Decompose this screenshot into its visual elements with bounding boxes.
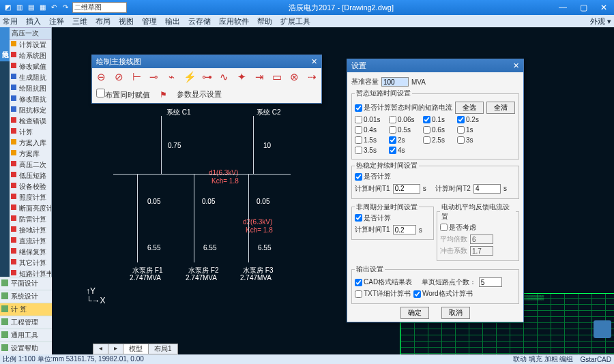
time-checkbox[interactable]: 0.1s xyxy=(423,116,454,123)
minimize-icon[interactable]: — xyxy=(553,3,573,12)
symbol-icon[interactable]: ∿ xyxy=(219,71,230,83)
menu-item[interactable]: 管理 xyxy=(142,16,157,27)
close-icon[interactable]: ✕ xyxy=(594,3,614,12)
time-checkbox[interactable]: 0.5s xyxy=(389,126,420,134)
time-checkbox[interactable]: 0.6s xyxy=(423,126,454,134)
calc-transient-checkbox[interactable]: 是否计算暂态时间的短路电流 xyxy=(355,103,452,112)
palette-item[interactable]: 计 算 xyxy=(0,303,52,316)
tree-item[interactable]: 照度计算 xyxy=(10,192,51,203)
assistant-avatar-icon[interactable] xyxy=(594,320,611,338)
tree-item[interactable]: 高压二次 xyxy=(10,160,51,170)
tree-item[interactable]: 直流计算 xyxy=(10,236,51,247)
symbol-icon[interactable]: ⊘ xyxy=(114,71,125,83)
symbol-icon[interactable]: ⌁ xyxy=(166,71,177,83)
select-all-button[interactable]: 全选 xyxy=(455,102,484,114)
tab-nav-right[interactable]: ▸ xyxy=(108,344,123,354)
symbol-icon[interactable]: ⊖ xyxy=(96,71,107,83)
palette-item[interactable]: 系统设计 xyxy=(0,290,52,303)
menu-item[interactable]: 插入 xyxy=(26,16,41,27)
status-toggles[interactable]: 联动 填充 加粗 编组 xyxy=(513,354,573,364)
time-checkbox[interactable]: 2.5s xyxy=(423,136,454,144)
param-display-link[interactable]: 参数显示设置 xyxy=(177,89,222,100)
perpage-input[interactable] xyxy=(479,277,502,287)
time-checkbox[interactable]: 0.4s xyxy=(355,126,386,134)
tree-item[interactable]: 计算设置 xyxy=(10,40,51,50)
palette-item[interactable]: 通用工具 xyxy=(0,329,52,342)
symbol-icon[interactable]: ⚡ xyxy=(184,71,194,83)
txt-output-checkbox[interactable]: TXT详细计算书 xyxy=(355,289,411,299)
word-output-checkbox[interactable]: Word格式计算书 xyxy=(413,289,473,299)
assign-on-place-checkbox[interactable]: 布置同时赋值 xyxy=(96,89,150,100)
t2-input[interactable] xyxy=(473,184,501,194)
maximize-icon[interactable]: ▢ xyxy=(573,3,594,12)
time-checkbox[interactable]: 0.06s xyxy=(389,116,420,123)
cancel-button[interactable]: 取消 xyxy=(441,307,470,319)
tab-nav-left[interactable]: ◂ xyxy=(93,344,108,354)
qat-redo-icon[interactable]: ↷ xyxy=(61,2,70,12)
time-checkbox[interactable]: 1s xyxy=(457,126,488,134)
qat-new-icon[interactable]: ▥ xyxy=(14,2,24,12)
menu-item[interactable]: 帮助 xyxy=(257,16,272,27)
time-checkbox[interactable]: 3.5s xyxy=(355,147,386,154)
qat-save-icon[interactable]: ▦ xyxy=(38,2,47,12)
workspace-combo[interactable] xyxy=(72,2,127,13)
tree-item[interactable]: 计算 xyxy=(10,127,51,138)
menu-item[interactable]: 应用软件 xyxy=(219,16,249,27)
tree-item[interactable]: 绘系统图 xyxy=(10,50,51,61)
time-checkbox[interactable]: 2s xyxy=(389,136,420,144)
menu-item[interactable]: 布局 xyxy=(96,16,111,27)
tree-item[interactable]: 设备校验 xyxy=(10,181,51,192)
ok-button[interactable]: 确定 xyxy=(400,307,429,319)
menu-item[interactable]: 三维 xyxy=(72,16,87,27)
tree-item[interactable]: 其它计算 xyxy=(10,258,51,269)
motor-consider-checkbox[interactable]: 是否考虑 xyxy=(440,223,476,232)
symbol-icon[interactable]: ✦ xyxy=(237,71,248,83)
menu-item[interactable]: 输出 xyxy=(165,16,180,27)
symbol-icon[interactable]: ▭ xyxy=(272,71,282,83)
symbol-icon[interactable]: ⊶ xyxy=(201,71,212,83)
symbol-icon[interactable]: ⊗ xyxy=(289,71,300,83)
dialog-close-icon[interactable]: ✕ xyxy=(311,57,317,66)
palette-item[interactable]: 工程管理 xyxy=(0,316,52,329)
model-tab[interactable]: 模型 xyxy=(123,344,149,354)
menu-item[interactable]: 云存储 xyxy=(188,16,211,27)
menu-item[interactable]: 视图 xyxy=(119,16,134,27)
palette-item[interactable]: 设置帮助 xyxy=(0,342,52,354)
tree-item[interactable]: 修改赋值 xyxy=(10,61,51,72)
tree-item[interactable]: 修改阻抗 xyxy=(10,94,51,105)
cad-output-checkbox[interactable]: CAD格式结果表 xyxy=(355,277,412,287)
tree-item[interactable]: 方案库 xyxy=(10,149,51,160)
tree-item[interactable]: 低压短路 xyxy=(10,170,51,181)
clear-all-button[interactable]: 全清 xyxy=(486,102,515,114)
base-capacity-input[interactable] xyxy=(381,77,409,87)
time-checkbox[interactable]: 4s xyxy=(389,147,420,154)
symbol-icon[interactable]: ⇥ xyxy=(254,71,265,83)
time-checkbox[interactable]: 3s xyxy=(457,136,488,144)
time-checkbox[interactable]: 0.2s xyxy=(457,116,488,123)
group-header[interactable]: 高压一次 xyxy=(10,27,51,40)
dialog-close-icon[interactable]: ✕ xyxy=(513,61,519,70)
thermal-calc-checkbox[interactable]: 是否计算 xyxy=(355,172,391,181)
t1-input[interactable] xyxy=(393,184,420,194)
qat-undo-icon[interactable]: ↶ xyxy=(49,2,59,12)
tree-item[interactable]: 断面亮度计算 xyxy=(10,203,51,214)
tree-item[interactable]: 绘阻抗图 xyxy=(10,83,51,94)
palette-item[interactable]: 平面设计 xyxy=(0,277,52,290)
tree-item[interactable]: 生成阻抗 xyxy=(10,72,51,83)
np-t-input[interactable] xyxy=(393,225,416,234)
time-checkbox[interactable]: 0.01s xyxy=(355,116,386,123)
symbol-icon[interactable]: ⊸ xyxy=(149,71,160,83)
tree-item[interactable]: 方案入库 xyxy=(10,138,51,149)
menu-item[interactable]: 扩展工具 xyxy=(280,16,310,27)
menu-appearance[interactable]: 外观 ▾ xyxy=(590,16,611,27)
tree-item[interactable]: 阻抗标定 xyxy=(10,105,51,116)
qat-open-icon[interactable]: ▤ xyxy=(26,2,35,12)
symbol-icon[interactable]: ⇢ xyxy=(306,71,317,83)
tree-item[interactable]: 检查错误 xyxy=(10,116,51,127)
symbol-icon[interactable]: ⊢ xyxy=(131,71,142,83)
menu-item[interactable]: 注释 xyxy=(49,16,64,27)
tree-item[interactable]: 接地计算 xyxy=(10,225,51,236)
time-checkbox[interactable]: 1.5s xyxy=(355,136,386,144)
tree-item[interactable]: 继保复算 xyxy=(10,247,51,258)
tree-item[interactable]: 防雷计算 xyxy=(10,214,51,225)
